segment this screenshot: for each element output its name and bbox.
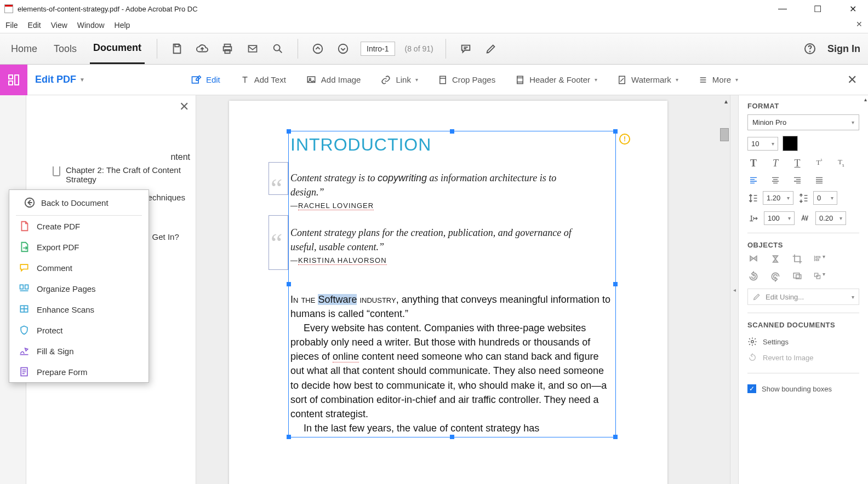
svg-rect-12 [15,75,19,85]
document-viewport[interactable]: ▴ ! INTRODUCTION “ “ [196,95,730,484]
prepare-form-icon [18,366,30,378]
doc-attr-1[interactable]: —RACHEL LOVINGER [290,201,374,210]
page-down-icon[interactable] [335,41,351,56]
tools-comment[interactable]: Comment [9,257,149,278]
scrollbar-thumb[interactable] [720,128,729,141]
panel-divider[interactable]: ◂ [730,95,739,484]
menu-file[interactable]: File [5,21,18,30]
chevron-down-icon: ▾ [595,77,597,83]
pen-sign-icon[interactable] [483,41,499,56]
align-objects-icon[interactable]: ▾ [813,253,825,264]
menu-view[interactable]: View [51,21,67,30]
cloud-upload-icon[interactable] [195,41,210,56]
align-justify-icon[interactable] [813,176,825,185]
tools-prepare-form[interactable]: Prepare Form [9,361,149,382]
minimize-button[interactable]: — [772,1,793,16]
add-text-tool[interactable]: Add Text [232,75,294,85]
hscale-select[interactable]: 100▾ [764,211,795,225]
font-size-select[interactable]: 10▾ [747,137,778,151]
back-to-document[interactable]: Back to Document [16,190,142,216]
settings-link[interactable]: Settings [747,333,859,350]
tab-home[interactable]: Home [8,34,41,64]
italic-icon[interactable]: T [769,158,781,169]
align-right-icon[interactable] [791,176,803,185]
tools-create-pdf[interactable]: Create PDF [9,216,149,237]
save-icon[interactable] [169,41,185,56]
add-image-tool[interactable]: Add Image [298,75,369,85]
tab-document[interactable]: Document [90,33,145,64]
menu-window[interactable]: Window [77,21,105,30]
rotate-cw-icon[interactable] [769,271,781,282]
mail-icon[interactable] [245,41,260,56]
page-number-input[interactable]: Intro-1 [361,42,395,56]
comment-bubble-icon[interactable] [458,41,473,56]
close-edit-panel-icon[interactable]: ✕ [836,73,868,87]
doc-quote-1[interactable]: Content strategy is to copywriting as in… [290,171,592,199]
arrange-icon[interactable]: ▾ [813,271,825,282]
superscript-icon[interactable]: T¹ [813,158,825,169]
bold-icon[interactable]: T [747,158,760,169]
svg-point-9 [810,51,810,52]
menu-help[interactable]: Help [115,21,130,30]
doc-quote-2[interactable]: Content strategy plans for the creation,… [290,226,592,254]
edit-pdf-dropdown[interactable]: Edit PDF ▼ [27,74,93,85]
page-up-icon[interactable] [310,41,326,56]
maximize-button[interactable]: ☐ [807,1,829,16]
objects-row-2: ▾ [747,271,859,282]
tools-fill-sign[interactable]: Fill & Sign [9,341,149,361]
scroll-up-icon[interactable]: ▴ [724,97,728,105]
print-icon[interactable] [220,41,235,56]
collapse-panel-icon[interactable]: ✕ [179,100,189,114]
line-spacing-select[interactable]: 1.20▾ [763,191,793,205]
fill-sign-icon [18,345,30,357]
tools-protect[interactable]: Protect [9,320,149,341]
char-spacing-select[interactable]: 0.20▾ [815,211,846,225]
tools-export-pdf[interactable]: Export PDF [9,237,149,257]
flip-vertical-icon[interactable] [769,253,781,264]
edit-using-dropdown[interactable]: Edit Using... ▾ [747,289,859,305]
acrobat-icon [4,4,13,13]
edit-tool[interactable]: Edit [183,74,228,85]
show-bounding-boxes-toggle[interactable]: ✓ Show bounding boxes [747,381,859,396]
svg-rect-0 [175,44,179,47]
more-tool[interactable]: More ▾ [690,75,746,84]
text-color-swatch[interactable] [783,136,798,151]
close-button[interactable]: ✕ [842,1,864,16]
open-quote-icon: “ [271,237,282,250]
subscript-icon[interactable]: T₁ [835,158,847,169]
scroll-up-icon[interactable]: ▴ [864,96,867,102]
align-center-icon[interactable] [769,176,781,185]
menu-edit[interactable]: Edit [28,21,41,30]
replace-image-icon[interactable] [791,271,803,282]
tab-tools[interactable]: Tools [50,34,80,64]
font-family-select[interactable]: Minion Pro ▾ [747,114,859,130]
doc-heading[interactable]: INTRODUCTION [290,135,431,155]
document-close-icon[interactable]: ✕ [856,20,863,28]
underline-icon[interactable]: T [791,158,803,169]
sign-in-link[interactable]: Sign In [827,43,860,55]
align-left-icon[interactable] [747,176,760,185]
warning-badge-icon[interactable]: ! [619,134,630,145]
help-icon[interactable] [802,41,818,56]
svg-point-7 [339,44,348,54]
search-icon[interactable] [270,41,285,56]
pdf-page[interactable]: ! INTRODUCTION “ “ Content strategy is t… [229,101,667,484]
checkbox-checked-icon: ✓ [747,384,756,393]
enhance-scans-icon [18,303,30,315]
crop-pages-tool[interactable]: Crop Pages [430,74,503,85]
doc-attr-2[interactable]: —KRISTINA HALVORSON [290,256,387,265]
doc-body[interactable]: In the Software industry, anything that … [290,292,611,435]
export-pdf-icon [18,241,30,253]
watermark-tool[interactable]: Watermark ▾ [609,74,686,85]
header-footer-tool[interactable]: Header & Footer ▾ [507,74,605,85]
svg-point-5 [274,45,280,51]
bookmark-item[interactable]: Chapter 2: The Craft of Content Strategy [53,161,196,188]
flip-horizontal-icon[interactable] [747,253,760,264]
edit-pdf-tile-icon[interactable] [0,65,27,95]
tools-enhance-scans[interactable]: Enhance Scans [9,299,149,320]
crop-icon[interactable] [791,253,803,264]
para-spacing-select[interactable]: 0▾ [813,191,837,205]
rotate-ccw-icon[interactable] [747,271,760,282]
link-tool[interactable]: Link ▾ [373,75,426,85]
tools-organize-pages[interactable]: Organize Pages [9,278,149,299]
